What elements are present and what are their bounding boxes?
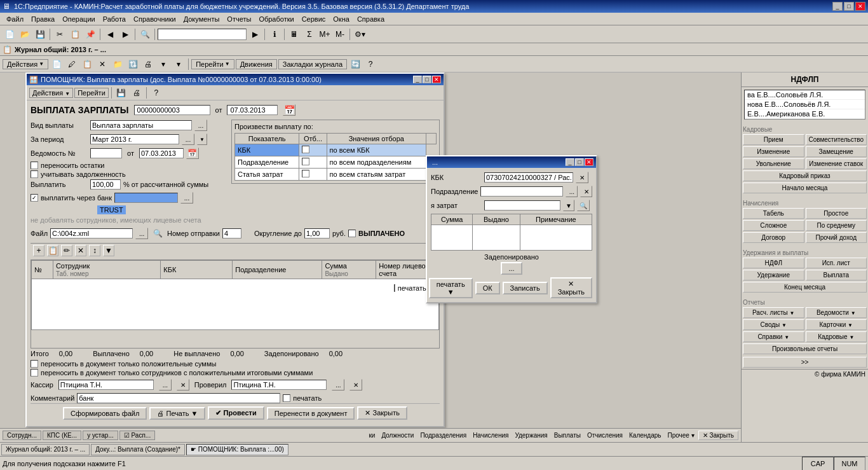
back-btn[interactable]: ◀ xyxy=(103,27,117,41)
provesti-btn[interactable]: ✔ Провести xyxy=(208,406,264,420)
menu-work[interactable]: Работа xyxy=(99,15,130,24)
tab-ki[interactable]: ки xyxy=(366,431,377,439)
print-btn[interactable]: 🖨 Печать ▼ xyxy=(149,407,205,420)
save-btn[interactable]: 💾 xyxy=(33,27,47,41)
zameshenie-btn[interactable]: Замещение xyxy=(806,146,867,157)
more-btn[interactable]: ⚙▾ xyxy=(353,27,367,41)
asst-close[interactable]: ✕ xyxy=(432,76,441,83)
menu-windows[interactable]: Окна xyxy=(329,15,353,24)
refresh-btn[interactable]: 🔄 xyxy=(348,57,362,71)
po-sr-btn[interactable]: По среднему xyxy=(806,220,867,231)
proveril-dots-btn[interactable]: ... xyxy=(332,379,344,391)
sm-print-btn[interactable]: печатать ▼ xyxy=(429,278,473,298)
konec-btn[interactable]: Конец месяца xyxy=(743,282,867,293)
list-item[interactable]: Е.В....Американова Е.В. xyxy=(745,109,865,119)
minimize-btn[interactable]: _ xyxy=(832,2,843,11)
kassir-dots-btn[interactable]: ... xyxy=(159,379,172,391)
maximize-btn[interactable]: □ xyxy=(844,2,854,11)
sovmest-btn[interactable]: Совместительство xyxy=(806,134,867,145)
menu-reports[interactable]: Отчеты xyxy=(223,15,255,24)
itb-btn4[interactable]: ✕ xyxy=(95,57,109,71)
kassir-input[interactable] xyxy=(58,380,154,390)
vid-input[interactable] xyxy=(90,120,192,130)
prostoe-btn[interactable]: Простое xyxy=(806,208,867,219)
izm-stavok-btn[interactable]: Изменение ставок xyxy=(806,158,867,169)
task-helper[interactable]: ☛ ПОМОЩНИК: Выплата :...00) xyxy=(186,444,288,455)
tab-vyplaty[interactable]: Выплаты xyxy=(552,431,583,439)
vid-dots-btn[interactable]: ... xyxy=(194,120,207,131)
sm-kbk-x-btn[interactable]: ✕ xyxy=(576,172,588,183)
actions-dropdown[interactable]: Действия ▼ xyxy=(3,59,48,69)
sm-close-btn[interactable]: ✕ Закрыть xyxy=(550,277,592,298)
date-picker-btn[interactable]: 📅 xyxy=(283,104,295,116)
nav-input[interactable] xyxy=(158,29,247,40)
sm-ok-btn[interactable]: ОК xyxy=(475,282,500,294)
tab-otchisleniya[interactable]: Отчисления xyxy=(585,431,625,439)
tab-dolzhnosti[interactable]: Должности xyxy=(379,431,416,439)
file-input[interactable] xyxy=(50,228,133,238)
vedomosti-btn[interactable]: Ведомости ▼ xyxy=(806,307,867,318)
kassir-x-btn[interactable]: ✕ xyxy=(177,379,189,391)
tab-kps[interactable]: КПС (КЕ... xyxy=(43,431,81,440)
tab-sotrud[interactable]: Сотрудн... xyxy=(3,431,41,440)
asst-print-ico[interactable]: 🖨 xyxy=(130,86,144,100)
more-rep-btn[interactable]: >> xyxy=(743,357,867,368)
comment-input[interactable] xyxy=(77,393,280,403)
round-input[interactable] xyxy=(304,228,330,238)
task-journal[interactable]: Журнал общий: 2013 г. – ... xyxy=(1,444,90,455)
asst-help-ico[interactable]: ? xyxy=(149,86,163,100)
ndfl-uderzh-btn[interactable]: НДФЛ xyxy=(743,258,804,268)
sm-pechat-cb[interactable] xyxy=(394,284,395,292)
sm-podrazd-dots[interactable]: ... xyxy=(566,186,578,197)
calc-btn[interactable]: 🖩 xyxy=(287,27,301,41)
close-app-btn[interactable]: ✕ xyxy=(855,2,865,11)
fwd-btn[interactable]: ▶ xyxy=(118,27,132,41)
podrazd-cb[interactable] xyxy=(302,158,309,165)
period-dropdown-btn[interactable]: ▼ xyxy=(197,134,207,145)
prochiy-btn[interactable]: Прочий доход xyxy=(806,232,867,243)
copy-btn[interactable]: 📋 xyxy=(68,27,82,41)
tab-nachisleniya[interactable]: Начисления xyxy=(470,431,511,439)
calc2-btn[interactable]: Σ xyxy=(302,27,316,41)
itb-btn8[interactable]: ▾ xyxy=(156,57,170,71)
tab-prochee[interactable]: Прочее ▾ xyxy=(665,431,697,439)
task-doc[interactable]: Доку...: Выплата (Создание)* xyxy=(91,444,185,455)
asst-actions[interactable]: Действия ▼ xyxy=(29,88,73,98)
movements-btn[interactable]: Движения xyxy=(236,59,277,69)
slozhnoe-btn[interactable]: Сложное xyxy=(743,220,804,231)
vedomost-date-input[interactable] xyxy=(139,148,184,158)
add-emp-btn[interactable]: + xyxy=(33,245,44,256)
transfer-btn[interactable]: Перенести в документ xyxy=(267,407,355,420)
kad-prikaz-btn[interactable]: Кадровый приказ xyxy=(743,170,867,181)
itb-btn2[interactable]: 🖊 xyxy=(65,57,79,71)
open-btn[interactable]: 📂 xyxy=(18,27,32,41)
help-btn2[interactable]: ? xyxy=(363,57,377,71)
isp-list-btn[interactable]: Исп. лист xyxy=(806,258,867,268)
itb-btn6[interactable]: 🔃 xyxy=(126,57,140,71)
cb-pechat[interactable] xyxy=(283,394,290,402)
nomer-input[interactable] xyxy=(222,228,241,238)
file-dots-btn[interactable]: ... xyxy=(135,228,148,239)
right-list[interactable]: ва Е.В....Соловьёв Л.Я. нова Е.В....Соло… xyxy=(744,90,865,120)
sm-minimize[interactable]: _ xyxy=(566,158,574,166)
proveril-input[interactable] xyxy=(231,380,327,390)
search-btn[interactable]: 🔍 xyxy=(138,27,152,41)
cb-vyplacheno[interactable] xyxy=(348,230,356,237)
cut-btn[interactable]: ✂ xyxy=(53,27,67,41)
tab-uderz[interactable]: Удержания xyxy=(512,431,550,439)
sm-zatrat-input[interactable] xyxy=(484,200,560,211)
cb-ostatki[interactable] xyxy=(31,162,38,169)
itb-btn7[interactable]: 🖨 xyxy=(141,57,155,71)
new-doc-btn[interactable]: 📄 xyxy=(3,27,17,41)
tab-close-btn[interactable]: ✕ Закрыть xyxy=(698,431,738,440)
list-item[interactable]: нова Е.В....Соловьёв Л.Я. xyxy=(745,100,865,109)
kadrovye-rep-btn[interactable]: Кадровые ▼ xyxy=(806,331,867,342)
tab-ustar[interactable]: y устар... xyxy=(83,431,118,440)
menu-file[interactable]: Файл xyxy=(3,15,27,24)
vedomost-cal-btn[interactable]: 📅 xyxy=(186,148,199,159)
sm-close[interactable]: ✕ xyxy=(585,158,593,166)
edit-emp-btn[interactable]: ✏ xyxy=(61,245,72,256)
asst-minimize[interactable]: _ xyxy=(413,76,422,83)
sm-zadep-btn[interactable]: ... xyxy=(501,262,522,275)
uvolnenie-btn[interactable]: Увольнение xyxy=(743,158,804,169)
